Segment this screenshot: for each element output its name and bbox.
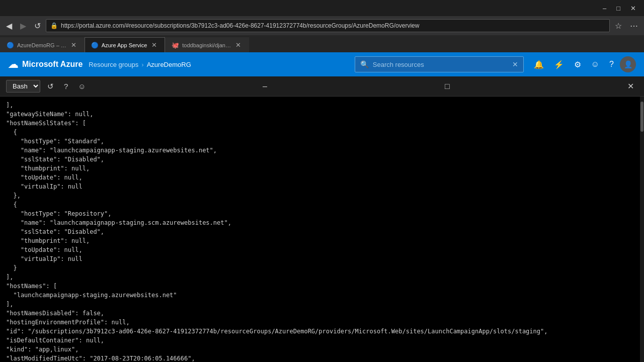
shell-bar: Bash ↺ ? ☺ – □ ✕ bbox=[0, 76, 644, 97]
azure-logo: ☁ Microsoft Azure bbox=[8, 58, 83, 70]
avatar[interactable]: 👤 bbox=[620, 56, 636, 72]
star-button[interactable]: ☆ bbox=[612, 19, 625, 33]
minimize-button[interactable]: – bbox=[599, 3, 610, 14]
shell-maximize-button[interactable]: □ bbox=[441, 80, 454, 93]
search-input[interactable] bbox=[373, 61, 508, 68]
tab-close-3[interactable]: ✕ bbox=[234, 41, 243, 49]
browser-toolbar: ◀ ▶ ↺ 🔒 ☆ ⋯ bbox=[0, 16, 644, 35]
breadcrumb-separator: › bbox=[141, 61, 143, 68]
tab-label-2: Azure App Service bbox=[102, 42, 147, 48]
terminal-scrollbar-thumb[interactable] bbox=[640, 102, 643, 132]
search-icon: 🔍 bbox=[360, 60, 369, 68]
maximize-button[interactable]: □ bbox=[612, 3, 624, 14]
tab-label-1: AzureDemoRG – … bbox=[17, 42, 66, 48]
settings-button[interactable]: ⚙ bbox=[570, 57, 585, 72]
terminal[interactable]: ], "gatewaySiteName": null, "hostNameSsl… bbox=[0, 97, 644, 362]
shell-close-button[interactable]: ✕ bbox=[623, 79, 638, 93]
shell-help-button[interactable]: ? bbox=[61, 80, 71, 93]
browser-titlebar: – □ ✕ bbox=[0, 0, 644, 16]
search-clear-icon[interactable]: ✕ bbox=[512, 60, 518, 68]
close-button[interactable]: ✕ bbox=[626, 3, 640, 14]
breadcrumb-resource-groups[interactable]: Resource groups bbox=[89, 61, 138, 68]
back-button[interactable]: ◀ bbox=[3, 19, 15, 33]
lock-icon: 🔒 bbox=[50, 22, 58, 29]
terminal-scrollbar[interactable] bbox=[640, 97, 644, 362]
shell-minimize-button[interactable]: – bbox=[259, 80, 271, 93]
tab-favicon-2: 🔵 bbox=[91, 42, 99, 49]
shell-emoji-button[interactable]: ☺ bbox=[75, 80, 89, 93]
shell-type-select[interactable]: Bash bbox=[6, 80, 40, 93]
tab-azuredemorg[interactable]: 🔵 AzureDemoRG – … ✕ bbox=[0, 37, 85, 52]
search-bar: 🔍 ✕ bbox=[355, 56, 524, 72]
forward-button[interactable]: ▶ bbox=[17, 19, 29, 33]
azure-logo-text: Microsoft Azure bbox=[22, 60, 83, 69]
tab-close-1[interactable]: ✕ bbox=[69, 41, 78, 49]
help-button[interactable]: ? bbox=[605, 57, 618, 72]
azure-logo-icon: ☁ bbox=[8, 58, 18, 70]
menu-button[interactable]: ⋯ bbox=[627, 19, 641, 33]
address-input[interactable] bbox=[61, 22, 605, 29]
tab-azure-app-service[interactable]: 🔵 Azure App Service ✕ bbox=[85, 37, 166, 52]
terminal-output: ], "gatewaySiteName": null, "hostNameSsl… bbox=[6, 101, 638, 362]
breadcrumb-current: AzureDemoRG bbox=[147, 61, 191, 68]
address-bar: 🔒 bbox=[46, 19, 610, 32]
breadcrumb: Resource groups › AzureDemoRG bbox=[89, 61, 348, 68]
feedback-button[interactable]: ☺ bbox=[587, 57, 603, 72]
refresh-button[interactable]: ↺ bbox=[31, 19, 44, 33]
tab-toddbaginski[interactable]: 🐙 toddbaginski/djan… ✕ bbox=[165, 37, 249, 52]
notifications-button[interactable]: 🔔 bbox=[530, 57, 548, 72]
tab-close-2[interactable]: ✕ bbox=[150, 41, 158, 49]
tab-label-3: toddbaginski/djan… bbox=[182, 42, 231, 48]
tab-favicon-1: 🔵 bbox=[7, 42, 14, 49]
azure-portal-header: ☁ Microsoft Azure Resource groups › Azur… bbox=[0, 52, 644, 76]
shell-refresh-button[interactable]: ↺ bbox=[44, 80, 57, 93]
cloud-shell-button[interactable]: ⚡ bbox=[550, 57, 568, 72]
header-icons: 🔔 ⚡ ⚙ ☺ ? 👤 bbox=[530, 56, 636, 72]
browser-tabs: 🔵 AzureDemoRG – … ✕ 🔵 Azure App Service … bbox=[0, 35, 644, 52]
tab-favicon-3: 🐙 bbox=[172, 42, 179, 49]
